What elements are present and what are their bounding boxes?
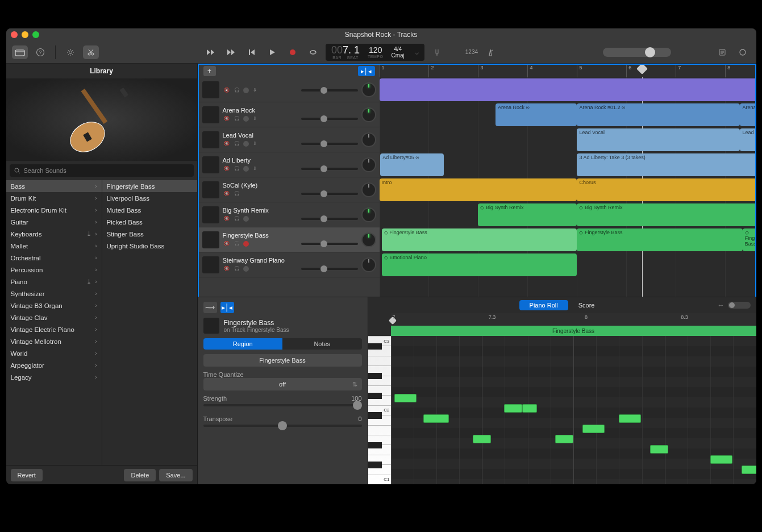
record-enable[interactable] [243,241,249,247]
solo-button[interactable]: 🎧 [233,190,241,198]
solo-button[interactable]: 🎧 [233,140,241,148]
region[interactable]: ◇ Fingerstyle Bass [382,228,577,251]
record-enable[interactable] [243,166,249,172]
strength-slider[interactable] [203,404,362,406]
midi-note[interactable] [504,404,522,413]
piano-roll-grid[interactable] [391,336,756,484]
region[interactable]: Arena Rock ∞ [495,103,577,126]
patch-item[interactable]: Fingerstyle Bass [102,180,197,192]
region[interactable]: Arena Rock #01.2 ∞ [577,103,740,126]
solo-button[interactable]: 🎧 [233,215,241,223]
region[interactable]: Lead Vocal [740,128,755,151]
catch-playhead-button[interactable]: ▸│◂ [220,302,234,313]
region[interactable]: Intro [380,178,577,201]
pan-knob[interactable] [361,232,376,247]
catch-button[interactable]: ▸│◂ [358,66,375,76]
mute-button[interactable]: 🔇 [223,115,231,123]
search-input[interactable]: Search Sounds [10,164,194,177]
close-button[interactable] [11,31,18,38]
maximize-button[interactable] [32,31,39,38]
solo-button[interactable]: 🎧 [233,240,241,248]
metronome-button[interactable] [482,45,498,59]
region[interactable]: Lead Vocal [577,128,740,151]
category-item[interactable]: Guitar› [6,216,102,228]
chevron-down-icon[interactable]: ⌵ [415,48,419,56]
mute-button[interactable]: 🔇 [223,215,231,223]
pan-knob[interactable] [361,207,376,222]
rewind-button[interactable] [203,45,219,59]
tab-piano-roll[interactable]: Piano Roll [519,300,568,310]
midi-note[interactable] [423,414,449,423]
link-button[interactable]: ⟿ [203,302,217,313]
patch-item[interactable]: Stinger Bass [102,228,197,240]
category-item[interactable]: Synthesizer› [6,288,102,300]
input-monitor[interactable]: ⇩ [251,140,259,148]
record-enable[interactable] [243,216,249,222]
patch-item[interactable]: Picked Bass [102,216,197,228]
category-item[interactable]: Drum Kit› [6,192,102,204]
save-button[interactable]: Save... [159,469,192,481]
revert-button[interactable]: Revert [11,469,43,481]
category-item[interactable]: Percussion› [6,264,102,276]
category-item[interactable]: Bass› [6,180,102,192]
track-header[interactable]: SoCal (Kyle) 🔇 🎧 [199,177,380,202]
category-item[interactable]: Vintage Clav› [6,311,102,323]
volume-slider[interactable] [301,268,358,270]
input-monitor[interactable]: ⇩ [251,115,259,123]
region-name-select[interactable]: Fingerstyle Bass [203,354,362,367]
region[interactable] [380,78,755,101]
pan-knob[interactable] [361,132,376,147]
scissors-button[interactable] [83,45,99,59]
patch-item[interactable]: Liverpool Bass [102,192,197,204]
volume-slider[interactable] [301,118,358,120]
pan-knob[interactable] [361,82,376,97]
count-in-button[interactable]: 1234 [465,49,478,55]
region[interactable]: Arena Rock [740,103,755,126]
record-enable[interactable] [243,88,249,93]
solo-button[interactable]: 🎧 [233,165,241,173]
record-enable[interactable] [243,141,249,147]
midi-note[interactable] [394,394,417,402]
tab-score[interactable]: Score [568,300,605,310]
category-item[interactable]: Vintage B3 Organ› [6,300,102,311]
editor-ruler[interactable]: 77.388.3 [391,313,756,326]
volume-slider[interactable] [301,89,358,92]
region[interactable]: ◇ Big Synth Remix [478,203,577,226]
master-volume-slider[interactable] [603,48,671,57]
zoom-slider[interactable] [728,302,751,309]
midi-note[interactable] [473,435,491,443]
region[interactable]: 3 Ad Liberty: Take 3 (3 takes) [577,153,755,176]
category-item[interactable]: World› [6,347,102,359]
quick-help-button[interactable]: ? [32,45,48,59]
midi-note[interactable] [522,404,537,413]
track-header[interactable]: Ad Liberty 🔇 🎧 ⇩ [199,152,380,177]
category-item[interactable]: Vintage Electric Piano› [6,323,102,335]
add-track-button[interactable]: + [203,66,216,76]
track-header[interactable]: Steinway Grand Piano 🔇 🎧 [199,252,380,277]
pan-knob[interactable] [361,182,376,197]
delete-button[interactable]: Delete [124,469,156,481]
solo-button[interactable]: 🎧 [233,115,241,123]
midi-note[interactable] [742,466,756,474]
pan-knob[interactable] [361,257,376,272]
tuner-button[interactable] [429,45,445,59]
category-item[interactable]: Mallet› [6,240,102,252]
input-monitor[interactable]: ⇩ [251,86,259,94]
piano-keyboard[interactable]: C1C2C3 [368,336,391,484]
category-item[interactable]: Piano⤓› [6,276,102,288]
track-header[interactable]: Lead Vocal 🔇 🎧 ⇩ [199,127,380,152]
midi-note[interactable] [619,414,641,423]
midi-note[interactable] [650,445,668,454]
mute-button[interactable]: 🔇 [223,86,231,94]
category-item[interactable]: Orchestral› [6,252,102,264]
midi-note[interactable] [555,435,573,443]
cycle-button[interactable] [305,45,321,59]
region[interactable]: Chorus [577,178,755,201]
seg-region[interactable]: Region [203,338,283,350]
category-item[interactable]: Arpeggiator› [6,359,102,371]
volume-slider[interactable] [301,243,358,245]
seg-notes[interactable]: Notes [282,338,362,350]
time-quantize-select[interactable]: off ⇅ [203,378,362,390]
timeline-ruler[interactable]: 12345678 [380,65,755,77]
region[interactable]: ◇ Fingerstyle Bass [743,228,755,251]
